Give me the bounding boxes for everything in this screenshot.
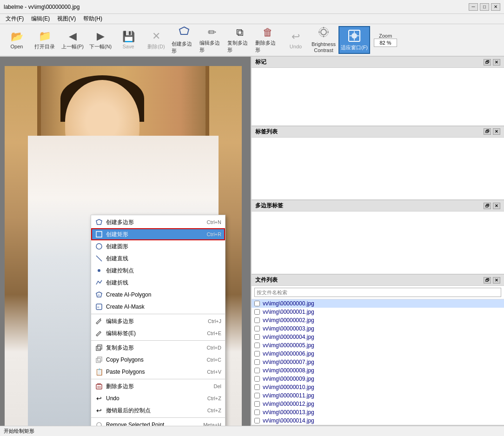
file-item[interactable]: vv\img\00000001.jpg bbox=[252, 308, 504, 316]
file-checkbox[interactable] bbox=[254, 343, 260, 348]
file-item[interactable]: vv\img\00000010.jpg bbox=[252, 383, 504, 391]
file-list-header: 文件列表 🗗 ✕ bbox=[252, 275, 504, 286]
file-item[interactable]: vv\img\00000009.jpg bbox=[252, 375, 504, 383]
save-button[interactable]: 💾 Save bbox=[115, 26, 141, 54]
undo-icon: ↩ bbox=[292, 31, 300, 43]
file-list-close-btn[interactable]: ✕ bbox=[493, 277, 500, 284]
ctx-create-polygon[interactable]: 创建多边形 Ctrl+N bbox=[91, 216, 225, 228]
ctx-edit-polygon-label: 编辑多边形 bbox=[106, 317, 196, 325]
delete-button[interactable]: ✕ 删除(D) bbox=[143, 26, 169, 54]
ctx-edit-labels[interactable]: 编辑标签(E) Ctrl+E bbox=[91, 327, 225, 339]
brightness-button[interactable]: BrightnessContrast bbox=[311, 26, 337, 54]
ctx-copy-polygon[interactable]: 复制多边形 Ctrl+D bbox=[91, 342, 225, 354]
undo-button[interactable]: ↩ Undo bbox=[283, 26, 309, 54]
copy-polygon-button[interactable]: ⧉ 复制多边形 bbox=[227, 26, 253, 54]
polygon-labels-restore-btn[interactable]: 🗗 bbox=[484, 203, 491, 209]
file-item[interactable]: vv\img\00000011.jpg bbox=[252, 391, 504, 400]
open-dir-button[interactable]: 📁 打开目录 bbox=[32, 26, 58, 54]
file-item[interactable]: vv\img\00000013.jpg bbox=[252, 408, 504, 416]
labels-restore-btn[interactable]: 🗗 bbox=[484, 59, 491, 66]
prev-icon: ◀ bbox=[69, 30, 77, 42]
file-checkbox[interactable] bbox=[254, 410, 260, 415]
file-checkbox[interactable] bbox=[254, 376, 260, 382]
ctx-paste-polygons-shortcut: Ctrl+V bbox=[207, 369, 221, 375]
svg-line-22 bbox=[100, 318, 101, 319]
ctx-create-point-icon bbox=[95, 266, 103, 275]
prev-button[interactable]: ◀ 上一幅(P) bbox=[60, 26, 86, 54]
ctx-create-ai-polygon-label: Create AI-Polygon bbox=[106, 291, 209, 298]
file-checkbox[interactable] bbox=[254, 309, 260, 315]
canvas-area[interactable]: 创建多边形 Ctrl+N 创建矩形 Ctrl+R 创建圆形 bbox=[0, 57, 251, 426]
maximize-button[interactable]: □ bbox=[480, 3, 489, 11]
file-checkbox[interactable] bbox=[254, 401, 260, 407]
file-name: vv\img\00000006.jpg bbox=[263, 350, 314, 357]
ctx-create-circle[interactable]: 创建圆形 bbox=[91, 240, 225, 252]
svg-point-15 bbox=[96, 244, 102, 249]
ctx-edit-labels-icon bbox=[95, 329, 103, 337]
ctx-create-linestrip[interactable]: 创建折线 bbox=[91, 277, 225, 289]
file-item[interactable]: vv\img\00000012.jpg bbox=[252, 400, 504, 408]
zoom-input[interactable] bbox=[374, 39, 397, 47]
ctx-paste-polygons[interactable]: 📋 Paste Polygons Ctrl+V bbox=[91, 366, 225, 378]
ctx-create-ai-mask[interactable]: AI Create AI-Mask bbox=[91, 301, 225, 313]
polygon-labels-close-btn[interactable]: ✕ bbox=[493, 203, 500, 209]
file-checkbox[interactable] bbox=[254, 326, 260, 331]
ctx-undo-shortcut: Ctrl+Z bbox=[207, 396, 221, 401]
file-name: vv\img\00000011.jpg bbox=[263, 392, 314, 399]
open-button[interactable]: 📂 Open bbox=[4, 26, 30, 54]
file-checkbox[interactable] bbox=[254, 334, 260, 340]
minimize-button[interactable]: ─ bbox=[469, 3, 478, 11]
menu-edit[interactable]: 编辑(E) bbox=[27, 14, 53, 24]
delete-label: 删除(D) bbox=[147, 43, 165, 50]
menu-view[interactable]: 视图(V) bbox=[53, 14, 80, 24]
file-item[interactable]: vv\img\00000000.jpg bbox=[252, 299, 504, 308]
file-checkbox[interactable] bbox=[254, 418, 260, 423]
ctx-create-line[interactable]: 创建直线 bbox=[91, 252, 225, 264]
file-checkbox[interactable] bbox=[254, 351, 260, 357]
file-item[interactable]: vv\img\00000014.jpg bbox=[252, 416, 504, 424]
file-checkbox[interactable] bbox=[254, 359, 260, 365]
ctx-create-ai-polygon[interactable]: AI Create AI-Polygon bbox=[91, 289, 225, 301]
zoom-box: Zoom bbox=[374, 33, 397, 47]
file-list-restore-btn[interactable]: 🗗 bbox=[484, 277, 491, 284]
edit-polygon-button[interactable]: ✏ 编辑多边形 bbox=[199, 26, 225, 54]
svg-marker-0 bbox=[179, 27, 189, 34]
ctx-undo-last-point[interactable]: ↩ 撤销最后的控制点 Ctrl+Z bbox=[91, 404, 225, 416]
file-checkbox[interactable] bbox=[254, 393, 260, 398]
create-polygon-button[interactable]: 创建多边形 bbox=[171, 26, 197, 54]
menu-help[interactable]: 帮助(H) bbox=[80, 14, 106, 24]
ctx-copy-polygons[interactable]: Copy Polygons Ctrl+C bbox=[91, 354, 225, 366]
close-button[interactable]: ✕ bbox=[491, 3, 500, 11]
next-button[interactable]: ▶ 下一幅(N) bbox=[87, 26, 113, 54]
fit-window-button[interactable]: 适应窗口(F) bbox=[338, 26, 370, 54]
labels-close-btn[interactable]: ✕ bbox=[493, 59, 500, 66]
file-item[interactable]: vv\img\00000005.jpg bbox=[252, 341, 504, 350]
file-item[interactable]: vv\img\00000008.jpg bbox=[252, 366, 504, 375]
file-item[interactable]: vv\img\00000006.jpg bbox=[252, 350, 504, 358]
polygon-labels-controls: 🗗 ✕ bbox=[484, 203, 500, 209]
remove-polygon-button[interactable]: 🗑 删除多边形 bbox=[255, 26, 281, 54]
open-icon: 📂 bbox=[11, 31, 23, 43]
label-list-close-btn[interactable]: ✕ bbox=[493, 128, 500, 135]
label-list-restore-btn[interactable]: 🗗 bbox=[484, 128, 491, 135]
ctx-edit-polygon[interactable]: 编辑多边形 Ctrl+J bbox=[91, 315, 225, 327]
window-controls: ─ □ ✕ bbox=[469, 3, 500, 11]
file-checkbox[interactable] bbox=[254, 384, 260, 390]
file-list-section: 文件列表 🗗 ✕ vv\img\00000000.jpgvv\img\00000… bbox=[252, 275, 504, 426]
file-item[interactable]: vv\img\00000003.jpg bbox=[252, 324, 504, 333]
ctx-create-rect[interactable]: 创建矩形 Ctrl+R bbox=[91, 228, 225, 240]
ctx-create-point[interactable]: 创建控制点 bbox=[91, 264, 225, 277]
ctx-delete-polygon[interactable]: 删除多边形 Del bbox=[91, 380, 225, 392]
ctx-remove-selected-point[interactable]: Remove Selected Point Meta+H bbox=[91, 419, 225, 426]
file-item[interactable]: vv\img\00000004.jpg bbox=[252, 333, 504, 341]
ctx-copy-polygon-label: 复制多边形 bbox=[106, 344, 195, 352]
file-checkbox[interactable] bbox=[254, 301, 260, 306]
svg-point-8 bbox=[351, 33, 357, 39]
file-search-input[interactable] bbox=[254, 288, 501, 297]
file-item[interactable]: vv\img\00000002.jpg bbox=[252, 316, 504, 324]
file-checkbox[interactable] bbox=[254, 368, 260, 373]
ctx-undo[interactable]: ↩ Undo Ctrl+Z bbox=[91, 392, 225, 404]
menu-file[interactable]: 文件(F) bbox=[2, 14, 27, 24]
file-checkbox[interactable] bbox=[254, 317, 260, 323]
file-item[interactable]: vv\img\00000007.jpg bbox=[252, 358, 504, 366]
